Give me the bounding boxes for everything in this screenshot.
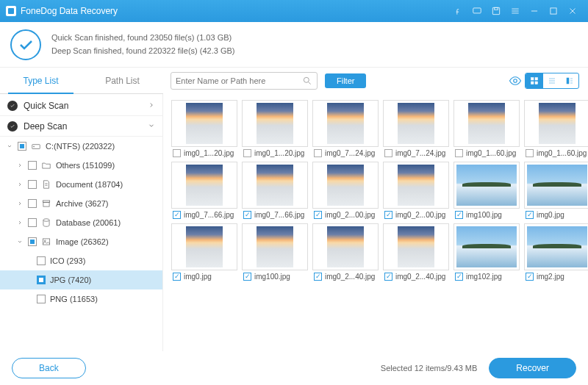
file-checkbox[interactable] xyxy=(526,211,534,219)
file-item[interactable]: img0_2...40.jpg xyxy=(383,223,449,281)
svg-point-15 xyxy=(43,219,49,222)
file-item[interactable]: img0_7...24.jpg xyxy=(383,100,449,157)
titlebar: FoneDog Data Recovery xyxy=(0,0,588,22)
file-item[interactable]: img0_2...00.jpg xyxy=(312,162,379,219)
file-checkbox[interactable] xyxy=(243,211,251,219)
facebook-icon[interactable] xyxy=(448,0,467,22)
checkbox-icon[interactable] xyxy=(28,199,37,208)
file-name: img0.jpg xyxy=(537,211,564,219)
file-item[interactable]: img0_1...20.jpg xyxy=(171,100,237,157)
view-selector xyxy=(525,73,579,89)
document-icon xyxy=(41,179,51,190)
file-item[interactable]: img0.jpg xyxy=(171,223,237,281)
drive-icon xyxy=(31,141,41,151)
file-name: img102.jpg xyxy=(466,273,502,281)
file-checkbox[interactable] xyxy=(314,273,322,281)
tree-archive[interactable]: Archive (3627) xyxy=(0,194,162,213)
sidebar-deep-scan[interactable]: Deep Scan xyxy=(0,116,162,137)
checkbox-icon[interactable] xyxy=(18,142,26,151)
file-item[interactable]: img2.jpg xyxy=(524,223,588,281)
app-logo xyxy=(6,6,16,16)
sidebar-quick-scan[interactable]: Quick Scan xyxy=(0,96,162,116)
tree-label: Others (151099) xyxy=(56,161,115,170)
file-item[interactable]: img0_1...60.jpg xyxy=(524,100,588,157)
file-item[interactable]: img0_2...40.jpg xyxy=(312,223,379,281)
file-item[interactable]: img0_7...66.jpg xyxy=(171,162,237,219)
file-checkbox[interactable] xyxy=(243,149,251,157)
sidebar: Quick Scan Deep Scan C:(NTFS) (220322) O… xyxy=(0,94,163,351)
tree-jpg[interactable]: JPG (7420) xyxy=(0,270,162,289)
file-item[interactable]: img0_2...00.jpg xyxy=(383,162,449,219)
file-checkbox[interactable] xyxy=(173,211,181,219)
quick-scan-label: Quick Scan xyxy=(24,101,68,111)
file-checkbox[interactable] xyxy=(384,273,392,281)
scan-status: Quick Scan finished, found 23050 file(s)… xyxy=(0,22,588,68)
file-checkbox[interactable] xyxy=(314,211,322,219)
search-field[interactable] xyxy=(176,76,302,85)
minimize-icon[interactable] xyxy=(525,0,544,22)
feedback-icon[interactable] xyxy=(467,0,487,22)
file-checkbox[interactable] xyxy=(455,149,463,157)
tree-document[interactable]: Document (18704) xyxy=(0,175,162,194)
tab-path-list[interactable]: Path List xyxy=(82,68,163,94)
filter-button[interactable]: Filter xyxy=(325,73,366,88)
checkbox-icon[interactable] xyxy=(28,218,37,227)
file-checkbox[interactable] xyxy=(384,211,392,219)
back-button[interactable]: Back xyxy=(12,358,86,378)
file-item[interactable]: img100.jpg xyxy=(453,162,520,219)
checkbox-icon[interactable] xyxy=(28,161,37,170)
file-grid: img0_1...20.jpg img0_1...20.jpg img0_7..… xyxy=(163,94,588,351)
file-item[interactable]: img0.jpg xyxy=(524,162,588,219)
checkbox-icon[interactable] xyxy=(37,295,46,303)
file-checkbox[interactable] xyxy=(314,149,322,157)
svg-rect-9 xyxy=(535,82,538,84)
tree-image[interactable]: Image (26362) xyxy=(0,232,162,251)
close-icon[interactable] xyxy=(563,0,582,22)
file-checkbox[interactable] xyxy=(455,273,463,281)
view-list-button[interactable] xyxy=(543,73,561,88)
checkbox-icon[interactable] xyxy=(37,256,46,265)
file-item[interactable]: img0_1...20.jpg xyxy=(242,100,308,157)
view-grid-button[interactable] xyxy=(526,73,543,88)
tree-ico[interactable]: ICO (293) xyxy=(0,251,162,270)
recover-button[interactable]: Recover xyxy=(489,358,576,378)
file-name: img0_1...60.jpg xyxy=(466,149,516,157)
file-item[interactable]: img0_7...66.jpg xyxy=(242,162,308,219)
menu-icon[interactable] xyxy=(506,0,525,22)
search-input[interactable] xyxy=(171,72,318,90)
file-checkbox[interactable] xyxy=(526,149,534,157)
file-item[interactable]: img0_1...60.jpg xyxy=(453,100,520,157)
file-item[interactable]: img100.jpg xyxy=(242,223,308,281)
view-detail-button[interactable] xyxy=(561,73,578,88)
save-icon[interactable] xyxy=(487,0,506,22)
svg-rect-3 xyxy=(551,8,556,14)
file-checkbox[interactable] xyxy=(173,273,181,281)
file-name: img0_1...20.jpg xyxy=(184,149,234,157)
file-checkbox[interactable] xyxy=(243,273,251,281)
file-checkbox[interactable] xyxy=(526,273,534,281)
preview-icon[interactable] xyxy=(509,74,522,87)
tab-type-list[interactable]: Type List xyxy=(0,68,82,94)
chevron-right-icon xyxy=(148,101,155,111)
file-item[interactable]: img0_7...24.jpg xyxy=(312,100,379,157)
tree-others[interactable]: Others (151099) xyxy=(0,156,162,175)
file-name: img0_7...66.jpg xyxy=(254,211,304,219)
maximize-icon[interactable] xyxy=(544,0,563,22)
file-checkbox[interactable] xyxy=(384,149,392,157)
file-name: img100.jpg xyxy=(254,273,290,281)
tree-png[interactable]: PNG (11653) xyxy=(0,289,162,309)
file-name: img0_7...66.jpg xyxy=(184,211,234,219)
file-name: img0.jpg xyxy=(184,273,212,281)
svg-rect-7 xyxy=(535,78,538,81)
file-checkbox[interactable] xyxy=(455,211,463,219)
checkbox-icon[interactable] xyxy=(28,237,37,246)
file-item[interactable]: img102.jpg xyxy=(453,223,520,281)
tree-drive[interactable]: C:(NTFS) (220322) xyxy=(0,137,162,156)
file-checkbox[interactable] xyxy=(173,149,181,157)
checkbox-icon[interactable] xyxy=(28,180,37,189)
checkbox-icon[interactable] xyxy=(37,276,46,284)
file-name: img0_2...40.jpg xyxy=(395,273,445,281)
file-name: img0_1...20.jpg xyxy=(254,149,304,157)
tree-database[interactable]: Database (20061) xyxy=(0,213,162,232)
tree-label: Image (26362) xyxy=(56,237,109,246)
